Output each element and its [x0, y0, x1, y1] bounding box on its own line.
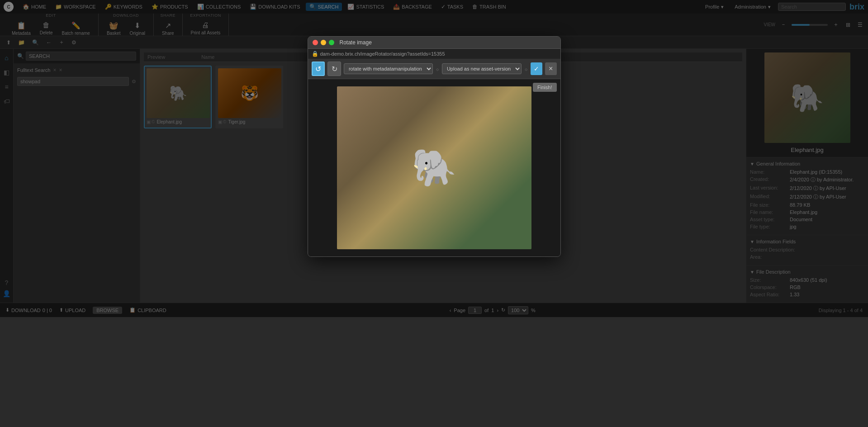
modal-cancel-button[interactable]: ×	[545, 62, 557, 75]
upload-mode-select[interactable]: Upload as new asset-version Replace orig…	[442, 63, 522, 74]
modal-titlebar: Rotate image	[308, 37, 560, 49]
modal-content: Finish! 🐘	[308, 79, 560, 256]
modal-url-bar: 🔒 dam-demo.brix.ch/imageRotator/assign?a…	[308, 49, 560, 59]
rotate-ccw-button[interactable]: ↺	[312, 62, 325, 76]
modal-close-traffic[interactable]	[313, 40, 318, 45]
modal-title: Rotate image	[340, 39, 372, 46]
modal-url: dam-demo.brix.ch/imageRotator/assign?ass…	[320, 51, 445, 57]
modal-elephant-image: 🐘	[337, 86, 531, 249]
rotate-ccw-icon: ↺	[315, 65, 321, 73]
modal-minimize-traffic[interactable]	[321, 40, 326, 45]
modal-maximize-traffic[interactable]	[329, 40, 334, 45]
confirm-icon: ✓	[534, 65, 539, 72]
lock-icon: 🔒	[312, 51, 318, 57]
rotate-cw-button[interactable]: ↻	[327, 62, 341, 76]
rotation-mode-select[interactable]: rotate with metadatamanipulation rotate …	[344, 63, 433, 74]
select-divider2: ⬦	[524, 65, 528, 72]
modal-overlay: Rotate image 🔒 dam-demo.brix.ch/imageRot…	[0, 0, 868, 427]
finish-button[interactable]: Finish!	[533, 83, 556, 92]
rotate-cw-icon: ↻	[332, 65, 337, 73]
select-divider: ⬦	[436, 65, 439, 72]
modal-toolbar: ↺ ↻ rotate with metadatamanipulation rot…	[308, 59, 560, 79]
modal-confirm-button[interactable]: ✓	[531, 62, 542, 75]
cancel-icon: ×	[549, 65, 553, 73]
rotate-image-modal: Rotate image 🔒 dam-demo.brix.ch/imageRot…	[308, 36, 561, 257]
